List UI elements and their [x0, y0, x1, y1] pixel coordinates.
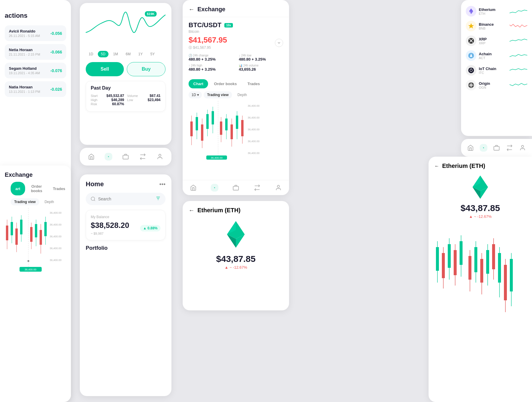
crypto-bnb[interactable]: Binance BNB: [466, 21, 527, 31]
eth-center-header: ← Etherium (ETH): [189, 207, 283, 214]
coin-name: Bitcoin: [189, 30, 283, 34]
sell-button[interactable]: Sell: [86, 62, 124, 76]
chart-nav-home[interactable]: [87, 153, 95, 161]
svg-rect-31: [241, 120, 244, 136]
crypto-eth[interactable]: Etherium ETH: [466, 6, 527, 17]
volume-val: $67.41: [150, 94, 160, 98]
svg-text:36,400.00: 36,400.00: [248, 140, 259, 143]
pair-name: BTC/USDT: [189, 21, 221, 29]
txn-date-3: 19.11.2021 - 4:35 AM: [9, 71, 40, 75]
tab-1m[interactable]: 1M: [110, 51, 121, 57]
exchange-bottom-nav: [183, 180, 289, 195]
high-val: $46,289: [111, 98, 124, 102]
clist-nav-wallet[interactable]: [493, 144, 500, 152]
tab-6m[interactable]: 6M: [123, 51, 134, 57]
txn-item-2[interactable]: Netia Horaan 21.11.2021 - 2:15 PM -0.066: [5, 44, 66, 60]
chart-bottom-nav: [80, 148, 171, 166]
search-input[interactable]: [98, 197, 153, 201]
act-sym: ACT: [479, 56, 507, 60]
svg-rect-108: [480, 259, 483, 283]
ogn-icon: [466, 80, 476, 90]
svg-marker-53: [483, 147, 484, 149]
crypto-list-panel: Etherium ETH Binance BNB XRP XRP: [461, 0, 532, 136]
transactions-title: actions: [5, 12, 66, 20]
dropdown-button[interactable]: [275, 39, 283, 47]
svg-text:36,400.00: 36,400.00: [248, 116, 259, 119]
search-bar[interactable]: [86, 193, 166, 205]
itc-name: IoT Chain: [479, 67, 507, 71]
trading-view-btn[interactable]: Trading view: [204, 91, 232, 98]
ex-nav-wallet[interactable]: [232, 184, 240, 192]
eth-right-back[interactable]: ←: [434, 163, 439, 169]
ex-nav-home[interactable]: [189, 184, 197, 192]
bnb-sym: BNB: [479, 27, 507, 30]
change-label: 🕐24h change: [189, 54, 233, 57]
eth-center-change: ▲ ~ -12.67%: [189, 265, 283, 270]
txn-amount-1: -0.056: [50, 31, 62, 36]
txn-item-1[interactable]: Avicii Ronaldo 26.11.2021 - 5:15 AM -0.0…: [5, 25, 66, 41]
left-tab-art[interactable]: art: [11, 182, 25, 195]
svg-rect-94: [436, 247, 439, 271]
exchange-back-button[interactable]: ←: [189, 6, 194, 13]
time-tabs: 1D 5D 1M 6M 1Y 5Y: [86, 51, 166, 57]
balance-badge: ▲ 0.88%: [140, 225, 160, 231]
txn-item-4[interactable]: Natia Horaan 13.11.2021 - 1:13 PM -0.026: [5, 81, 66, 97]
exchange-panel: ← Exchange BTC/USDT 10x Bitcoin $41,567.…: [183, 0, 289, 195]
buy-button[interactable]: Buy: [127, 62, 166, 76]
clist-nav-home[interactable]: [467, 144, 474, 152]
txn-name-1: Avicii Ronaldo: [9, 29, 40, 33]
chart-nav-exchange[interactable]: [139, 153, 147, 161]
past-day-title: Past Day: [91, 85, 160, 91]
svg-point-5: [159, 154, 161, 156]
exchange-left-title: Exchange: [5, 171, 66, 178]
tab-chart[interactable]: Chart: [189, 79, 208, 88]
svg-rect-114: [498, 253, 501, 283]
ex-nav-exchange[interactable]: [253, 184, 261, 192]
high-label: High: [91, 98, 98, 102]
leverage-badge: 10x: [224, 23, 233, 27]
balance-label: My Balance: [91, 215, 160, 219]
low-val: 480.80 + 3.25%: [239, 57, 283, 61]
svg-rect-106: [474, 247, 477, 272]
clist-nav-profile[interactable]: [519, 144, 526, 152]
period-select[interactable]: 1D ▾: [189, 91, 202, 98]
txn-amount-4: -0.026: [50, 87, 62, 92]
ex-nav-lightning[interactable]: [211, 184, 218, 192]
start-label: Start: [91, 94, 98, 98]
pair-stats: 🕐24h change 480.80 + 3.25% ↓24h low 480.…: [189, 54, 283, 72]
tab-orderbooks[interactable]: Order books: [209, 79, 241, 88]
txn-date-2: 21.11.2021 - 2:15 PM: [9, 53, 40, 56]
ex-nav-profile[interactable]: [275, 184, 282, 192]
filter-button[interactable]: [155, 196, 161, 202]
clist-nav-exchange[interactable]: [506, 144, 513, 152]
crypto-act[interactable]: Achain ACT: [466, 50, 527, 61]
left-trading-view[interactable]: Trading view: [11, 198, 39, 205]
crypto-itc[interactable]: IoT Chain ITC: [466, 65, 527, 76]
depth-btn[interactable]: Depth: [234, 91, 250, 98]
chart-nav-wallet[interactable]: [122, 153, 129, 161]
tab-5d[interactable]: 5D: [98, 51, 108, 57]
high-label: ↑24h high: [189, 64, 233, 67]
crypto-xrp[interactable]: XRP XRP: [466, 35, 527, 46]
left-depth-view[interactable]: Depth: [41, 198, 58, 205]
clist-nav-lightning[interactable]: [480, 144, 487, 152]
txn-item-3[interactable]: Segam Holland 19.11.2021 - 4:35 AM -0.07…: [5, 63, 66, 78]
eth-center-back[interactable]: ←: [189, 207, 194, 214]
exchange-tabs: Chart Order books Trades: [183, 79, 289, 88]
tab-1d[interactable]: 1D: [86, 51, 96, 57]
tab-5y[interactable]: 5Y: [147, 51, 158, 57]
svg-rect-102: [460, 241, 463, 265]
txn-name-2: Netia Horaan: [9, 48, 40, 52]
crypto-ogn[interactable]: Origin OGN: [466, 80, 527, 90]
svg-rect-17: [201, 124, 203, 141]
tab-1y[interactable]: 1Y: [135, 51, 146, 57]
eth-right-change: ▲ ~ -12.67%: [434, 214, 526, 219]
chart-nav-profile[interactable]: [156, 153, 164, 161]
left-tab-trades[interactable]: Trades: [48, 182, 70, 195]
left-tab-orderbooks[interactable]: Order books: [26, 182, 47, 195]
svg-marker-3: [108, 156, 109, 158]
txn-name-3: Segam Holland: [9, 66, 40, 71]
tab-trades[interactable]: Trades: [243, 79, 265, 88]
more-button[interactable]: •••: [159, 181, 166, 188]
chart-nav-lightning[interactable]: [105, 153, 112, 161]
